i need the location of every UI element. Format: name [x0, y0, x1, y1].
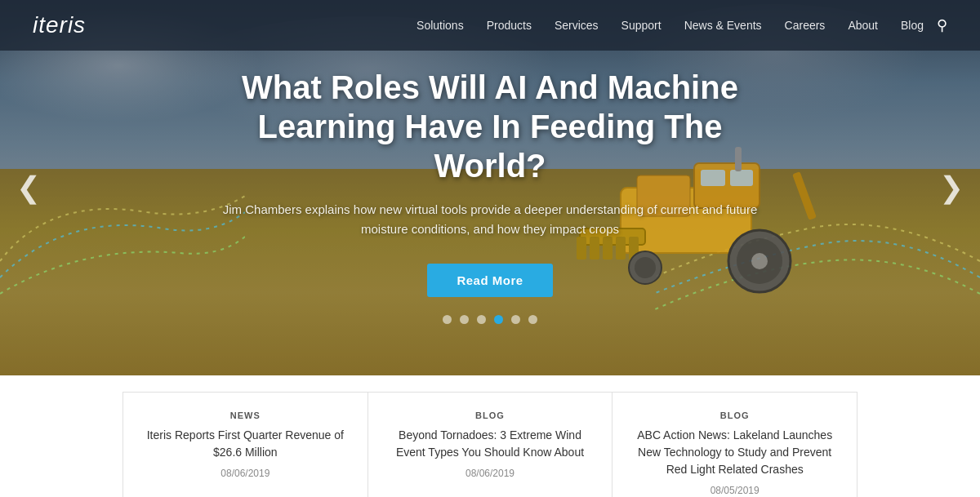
nav-services[interactable]: Services: [555, 19, 599, 32]
nav-products[interactable]: Products: [487, 19, 532, 32]
news-card-2-headline: Beyond Tornadoes: 3 Extreme Wind Event T…: [388, 427, 593, 461]
carousel-dot-3[interactable]: [477, 315, 486, 324]
news-card-1-tag: NEWS: [143, 410, 348, 420]
site-logo[interactable]: iteris: [33, 12, 86, 38]
read-more-button[interactable]: Read More: [427, 264, 552, 297]
hero-content: What Roles Will AI And Machine Learning …: [204, 68, 776, 324]
nav-support[interactable]: Support: [621, 19, 662, 32]
nav-links: Solutions Products Services Support News…: [416, 18, 924, 33]
news-card-1-headline: Iteris Reports First Quarter Revenue of …: [143, 427, 348, 461]
carousel-dot-6[interactable]: [528, 315, 537, 324]
hero-subtitle: Jim Chambers explains how new virtual to…: [220, 200, 760, 239]
nav-news-events[interactable]: News & Events: [684, 19, 762, 32]
news-card-1-date: 08/06/2019: [143, 468, 348, 479]
next-arrow[interactable]: ❯: [931, 162, 972, 213]
carousel-dots: [220, 315, 760, 324]
svg-rect-17: [792, 171, 817, 220]
prev-arrow[interactable]: ❮: [8, 162, 49, 213]
news-card-2: BLOG Beyond Tornadoes: 3 Extreme Wind Ev…: [368, 393, 613, 497]
news-card-1: NEWS Iteris Reports First Quarter Revenu…: [123, 393, 368, 497]
news-card-3-tag: BLOG: [632, 410, 837, 420]
news-card-3-headline: ABC Action News: Lakeland Launches New T…: [632, 427, 837, 478]
news-card-3: BLOG ABC Action News: Lakeland Launches …: [612, 393, 857, 497]
news-card-2-date: 08/06/2019: [388, 468, 593, 479]
carousel-dot-5[interactable]: [511, 315, 520, 324]
carousel-dot-2[interactable]: [460, 315, 469, 324]
nav-about[interactable]: About: [848, 19, 878, 32]
news-card-2-tag: BLOG: [388, 410, 593, 420]
carousel-dot-1[interactable]: [443, 315, 452, 324]
hero-section: ❮ ❯ What Roles Will AI And Machine Learn…: [0, 0, 980, 375]
news-cards-container: NEWS Iteris Reports First Quarter Revenu…: [122, 392, 858, 497]
nav-solutions[interactable]: Solutions: [416, 19, 464, 32]
hero-title: What Roles Will AI And Machine Learning …: [220, 68, 760, 185]
nav-blog[interactable]: Blog: [901, 19, 924, 32]
search-icon[interactable]: ⚲: [937, 16, 947, 34]
news-card-3-date: 08/05/2019: [632, 485, 837, 496]
carousel-dot-4[interactable]: [494, 315, 503, 324]
news-section: NEWS Iteris Reports First Quarter Revenu…: [0, 375, 980, 497]
main-nav: iteris Solutions Products Services Suppo…: [0, 0, 980, 51]
nav-careers[interactable]: Careers: [785, 19, 826, 32]
